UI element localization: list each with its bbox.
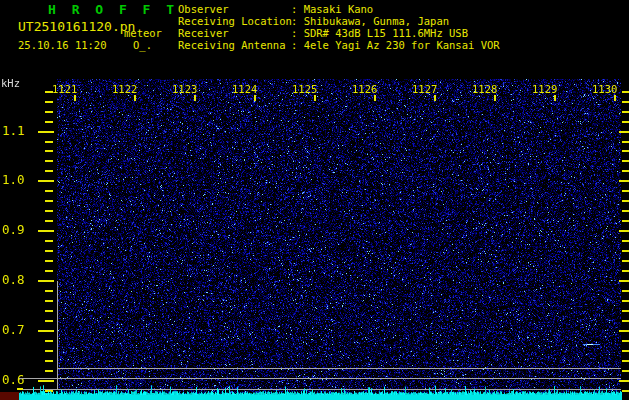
freq-tick-minor-right bbox=[622, 150, 629, 152]
spectrogram-noise-canvas bbox=[57, 79, 621, 400]
time-tick bbox=[374, 95, 376, 101]
freq-tick-minor-right bbox=[622, 141, 629, 143]
info-row-label: Receiver bbox=[178, 27, 291, 39]
freq-tick-minor-right bbox=[622, 270, 629, 272]
info-row-value: : 4ele Yagi Az 230 for Kansai VOR bbox=[291, 39, 500, 51]
freq-tick-minor-left bbox=[45, 240, 53, 242]
freq-tick-minor-left bbox=[45, 250, 53, 252]
station-info-block: Observer: Masaki KanoReceiving Location:… bbox=[178, 3, 500, 51]
freq-tick-minor-right bbox=[622, 111, 629, 113]
time-label: 1124 bbox=[232, 83, 257, 95]
freq-tick-major-right bbox=[619, 230, 629, 232]
time-label: 1129 bbox=[532, 83, 557, 95]
freq-tick-minor-left bbox=[45, 340, 53, 342]
freq-tick-minor-right bbox=[622, 101, 629, 103]
freq-tick-minor-right bbox=[622, 160, 629, 162]
time-tick bbox=[314, 95, 316, 101]
freq-tick-minor-left bbox=[45, 360, 53, 362]
freq-tick-minor-right bbox=[622, 250, 629, 252]
time-label: 1121 bbox=[52, 83, 77, 95]
freq-tick-minor-right bbox=[622, 340, 629, 342]
freq-tick-minor-right bbox=[622, 320, 629, 322]
time-label: 1123 bbox=[172, 83, 197, 95]
info-row-0: Observer: Masaki Kano bbox=[178, 3, 500, 15]
time-tick bbox=[254, 95, 256, 101]
status-indicator: O_. bbox=[133, 39, 152, 51]
freq-tick-minor-right bbox=[622, 170, 629, 172]
freq-tick-minor-right bbox=[622, 190, 629, 192]
freq-tick-major-left bbox=[38, 280, 54, 282]
freq-tick-minor-left bbox=[45, 170, 53, 172]
freq-label: 0.9 bbox=[2, 222, 25, 237]
info-row-value: : SDR# 43dB L15 111.6MHz USB bbox=[291, 27, 468, 39]
info-row-1: Receiving Location: Shibukawa, Gunma, Ja… bbox=[178, 15, 500, 27]
time-label: 1122 bbox=[112, 83, 137, 95]
freq-label: 1.0 bbox=[2, 172, 25, 187]
freq-tick-minor-right bbox=[622, 390, 629, 392]
time-label: 1130 bbox=[592, 83, 617, 95]
freq-tick-minor-left bbox=[45, 350, 53, 352]
freq-tick-minor-left bbox=[45, 270, 53, 272]
freq-tick-minor-left bbox=[45, 190, 53, 192]
freq-tick-major-right bbox=[619, 280, 629, 282]
freq-tick-major-left bbox=[38, 131, 54, 133]
freq-tick-minor-left bbox=[45, 101, 53, 103]
reference-line-upper bbox=[57, 368, 621, 369]
freq-tick-minor-right bbox=[622, 310, 629, 312]
freq-label: 1.1 bbox=[2, 123, 25, 138]
trace-start-tick bbox=[17, 388, 23, 390]
freq-tick-minor-right bbox=[622, 350, 629, 352]
time-tick bbox=[74, 95, 76, 101]
info-row-label: Observer bbox=[178, 3, 291, 15]
freq-tick-minor-right bbox=[622, 370, 629, 372]
time-label: 1128 bbox=[472, 83, 497, 95]
datetime-label: 25.10.16 11:20 bbox=[18, 39, 107, 51]
freq-tick-minor-left bbox=[45, 300, 53, 302]
info-row-2: Receiver: SDR# 43dB L15 111.6MHz USB bbox=[178, 27, 500, 39]
freq-tick-minor-right bbox=[622, 240, 629, 242]
info-row-label: Receiving Location bbox=[178, 15, 291, 27]
freq-label: 0.8 bbox=[2, 272, 25, 287]
freq-tick-minor-right bbox=[622, 360, 629, 362]
bottom-left-marker-block bbox=[0, 392, 19, 400]
freq-tick-minor-right bbox=[622, 91, 629, 93]
time-tick bbox=[434, 95, 436, 101]
freq-tick-minor-left bbox=[45, 290, 53, 292]
info-row-value: : Shibukawa, Gunma, Japan bbox=[291, 15, 449, 27]
time-label: 1127 bbox=[412, 83, 437, 95]
freq-tick-major-right bbox=[619, 131, 629, 133]
info-row-value: : Masaki Kano bbox=[291, 3, 373, 15]
mode-label: meteor bbox=[124, 27, 162, 39]
freq-tick-major-right bbox=[619, 180, 629, 182]
freq-tick-minor-left bbox=[45, 141, 53, 143]
reference-line-middle bbox=[19, 378, 621, 379]
freq-tick-minor-left bbox=[45, 160, 53, 162]
freq-tick-minor-right bbox=[622, 220, 629, 222]
freq-label: 0.7 bbox=[2, 322, 25, 337]
app-title: H R O F F T bbox=[48, 2, 178, 17]
freq-tick-major-left bbox=[38, 330, 54, 332]
freq-tick-minor-right bbox=[622, 121, 629, 123]
freq-tick-minor-left bbox=[45, 91, 53, 93]
time-tick bbox=[494, 95, 496, 101]
signal-level-trace-canvas bbox=[19, 384, 622, 400]
freq-tick-minor-right bbox=[622, 210, 629, 212]
info-row-label: Receiving Antenna bbox=[178, 39, 291, 51]
freq-tick-minor-left bbox=[45, 150, 53, 152]
freq-tick-minor-left bbox=[45, 200, 53, 202]
freq-tick-major-left bbox=[38, 180, 54, 182]
freq-tick-minor-right bbox=[622, 200, 629, 202]
freq-tick-minor-left bbox=[45, 121, 53, 123]
level-scale-vertical-line bbox=[57, 281, 58, 389]
time-tick bbox=[554, 95, 556, 101]
faint-echo-streak-bright bbox=[587, 344, 593, 345]
time-tick bbox=[134, 95, 136, 101]
freq-tick-minor-left bbox=[45, 210, 53, 212]
freq-tick-major-right bbox=[619, 380, 629, 382]
freq-tick-minor-right bbox=[622, 260, 629, 262]
freq-axis-unit-label: kHz bbox=[1, 77, 20, 89]
info-row-3: Receiving Antenna: 4ele Yagi Az 230 for … bbox=[178, 39, 500, 51]
hrofft-screen: H R O F F T UT2510161120.pn meteor 25.10… bbox=[0, 0, 629, 400]
time-label: 1125 bbox=[292, 83, 317, 95]
freq-tick-major-right bbox=[619, 330, 629, 332]
